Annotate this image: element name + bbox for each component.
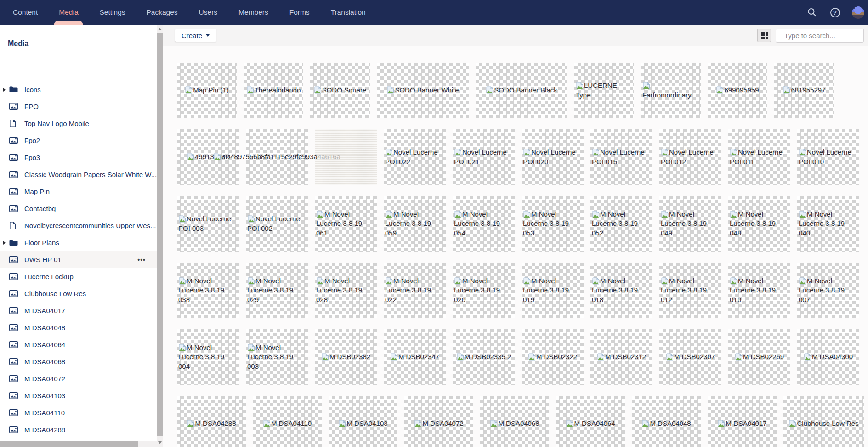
tab-forms[interactable]: Forms — [288, 0, 312, 25]
media-tile[interactable]: M DSA04103 — [329, 396, 397, 447]
media-tile[interactable]: M Novel Lucerne 3 8 19 054 — [453, 196, 515, 252]
create-button[interactable]: Create — [175, 29, 216, 42]
media-tile[interactable]: M DSA04068 — [480, 396, 549, 447]
media-tile[interactable]: M Novel Lucerne 3 8 19 012 — [659, 263, 721, 318]
grid-view-button[interactable] — [757, 29, 771, 42]
media-tile[interactable]: M DSB02269 — [728, 329, 790, 385]
media-tile[interactable]: M DSA04064 — [556, 396, 625, 447]
media-tile[interactable]: Map Pin (1) — [177, 63, 237, 118]
sidebar-item-fpo2[interactable]: Fpo2 — [0, 132, 157, 149]
sidebar-item-fpo3[interactable]: Fpo3 — [0, 149, 157, 166]
sidebar-item-novelbycrescentcommunities-upper-wes[interactable]: Novelbycrescentcommunities Upper Wes... — [0, 217, 157, 234]
media-tile[interactable]: M DSB02382 — [315, 329, 377, 385]
sidebar-item-clubhouse-low-res[interactable]: Clubhouse Low Res — [0, 285, 157, 302]
media-tile[interactable]: Novel Lucerne POI 010 — [797, 129, 859, 185]
media-tile[interactable]: 681955297 — [774, 63, 834, 118]
user-avatar[interactable] — [852, 6, 864, 19]
media-tile[interactable]: M Novel Lucerne 3 8 19 029 — [246, 263, 308, 318]
sidebar-item-icons[interactable]: Icons — [0, 81, 157, 98]
sidebar-item-lucerne-lockup[interactable]: Lucerne Lockup — [0, 268, 157, 285]
media-tile[interactable]: M Novel Lucerne 3 8 19 003 — [246, 329, 308, 385]
sidebar-item-m-dsa04017[interactable]: M DSA04017 — [0, 302, 157, 319]
sidebar-item-m-dsa04072[interactable]: M DSA04072 — [0, 370, 157, 387]
media-tile[interactable]: M Novel Lucerne 3 8 19 049 — [659, 196, 721, 252]
media-tile[interactable]: M Novel Lucerne 3 8 19 048 — [728, 196, 790, 252]
media-tile[interactable]: Novel Lucerne POI 021 — [453, 129, 515, 185]
media-tile[interactable]: SODO Banner Black — [476, 63, 567, 118]
search-input[interactable] — [784, 32, 868, 40]
expand-caret-icon[interactable] — [3, 241, 6, 245]
sidebar-item-top-nav-logo-mobile[interactable]: Top Nav Logo Mobile — [0, 115, 157, 132]
scroll-up-arrow-icon[interactable] — [158, 28, 162, 30]
tab-members[interactable]: Members — [237, 0, 270, 25]
media-tile[interactable]: Novel Lucerne POI 012 — [659, 129, 721, 185]
media-tile[interactable]: Therealorlando — [244, 63, 303, 118]
media-tile[interactable]: Novel Lucerne POI 022 — [384, 129, 446, 185]
media-tile[interactable]: M Novel Lucerne 3 8 19 007 — [797, 263, 859, 318]
sidebar-item-m-dsa04103[interactable]: M DSA04103 — [0, 387, 157, 404]
help-icon[interactable]: ? — [829, 6, 841, 18]
tree-vertical-scrollbar[interactable] — [157, 25, 163, 447]
media-tile[interactable]: M Novel Lucerne 3 8 19 010 — [728, 263, 790, 318]
media-tile[interactable]: M DSB02312 — [590, 329, 652, 385]
media-tile[interactable]: M DSB02335 2 — [453, 329, 515, 385]
item-actions-button[interactable]: ••• — [137, 256, 146, 264]
media-tile[interactable]: M Novel Lucerne 3 8 19 004 — [177, 329, 239, 385]
media-tile[interactable]: M DSA04048 — [632, 396, 701, 447]
expand-caret-icon[interactable] — [3, 88, 6, 92]
media-tile[interactable]: M DSA04300 — [797, 329, 859, 385]
media-tile[interactable]: M DSA04110 — [253, 396, 322, 447]
tab-content[interactable]: Content — [11, 0, 40, 25]
media-tile[interactable]: M Novel Lucerne 3 8 19 018 — [590, 263, 652, 318]
media-tile[interactable]: M Novel Lucerne 3 8 19 019 — [522, 263, 584, 318]
sidebar-item-m-dsa04110[interactable]: M DSA04110 — [0, 404, 157, 421]
sidebar-item-contactbg[interactable]: Contactbg — [0, 200, 157, 217]
media-tile[interactable]: M DSA04017 — [708, 396, 777, 447]
sidebar-item-m-dsa04064[interactable]: M DSA04064 — [0, 336, 157, 353]
media-tile[interactable]: M Novel Lucerne 3 8 19 040 — [797, 196, 859, 252]
media-tile[interactable]: SODO Banner White — [377, 63, 469, 118]
sidebar-item-classic-woodgrain-papers-solar-white-w[interactable]: Classic Woodgrain Papers Solar White W..… — [0, 166, 157, 183]
media-tile[interactable]: Novel Lucerne POI 011 — [728, 129, 790, 185]
media-tile[interactable]: Novel Lucerne POI 002 — [246, 196, 308, 252]
media-tile[interactable]: Novel Lucerne POI 015 — [590, 129, 652, 185]
media-tile[interactable]: M Novel Lucerne 3 8 19 020 — [453, 263, 515, 318]
media-tile[interactable]: 3D4897556b8fa1115e29fe993a4a616a — [246, 129, 308, 185]
media-tile[interactable]: M Novel Lucerne 3 8 19 061 — [315, 196, 377, 252]
tab-media[interactable]: Media — [57, 0, 80, 25]
media-tile[interactable]: M DSB02307 — [659, 329, 721, 385]
media-tile[interactable]: Novel Lucerne POI 003 — [177, 196, 239, 252]
sidebar-item-m-dsa04288[interactable]: M DSA04288 — [0, 421, 157, 438]
media-tile[interactable]: M Novel Lucerne 3 8 19 052 — [590, 196, 652, 252]
tree-horizontal-scrollbar[interactable] — [0, 441, 157, 447]
media-tile[interactable]: LUCERNE Type — [574, 63, 634, 118]
media-tile[interactable]: M DSA04072 — [404, 396, 473, 447]
tab-translation[interactable]: Translation — [329, 0, 368, 25]
media-tile[interactable]: M Novel Lucerne 3 8 19 028 — [315, 263, 377, 318]
media-tile[interactable]: M Novel Lucerne 3 8 19 038 — [177, 263, 239, 318]
sidebar-item-m-dsa04048[interactable]: M DSA04048 — [0, 319, 157, 336]
sidebar-item-floor-plans[interactable]: Floor Plans — [0, 234, 157, 251]
sidebar-item-fpo[interactable]: FPO — [0, 98, 157, 115]
vertical-scroll-thumb[interactable] — [157, 33, 163, 436]
media-tile[interactable]: 699095959 — [708, 63, 767, 118]
media-tile[interactable]: Farfromordinary — [641, 63, 701, 118]
media-tile[interactable]: M Novel Lucerne 3 8 19 059 — [384, 196, 446, 252]
scroll-down-arrow-icon[interactable] — [158, 441, 162, 444]
media-tile[interactable]: M DSB02322 — [522, 329, 584, 385]
tab-users[interactable]: Users — [197, 0, 219, 25]
media-tile[interactable]: M Novel Lucerne 3 8 19 053 — [522, 196, 584, 252]
media-tile[interactable]: Novel Lucerne POI 020 — [522, 129, 584, 185]
tab-packages[interactable]: Packages — [145, 0, 180, 25]
media-tile[interactable]: M DSB02347 — [384, 329, 446, 385]
media-tile[interactable]: M DSA04288 — [177, 396, 246, 447]
sidebar-item-m-dsa04068[interactable]: M DSA04068 — [0, 353, 157, 370]
sidebar-item-uws-hp-01[interactable]: UWS HP 01••• — [0, 251, 157, 268]
tab-settings[interactable]: Settings — [98, 0, 127, 25]
media-tile[interactable]: Clubhouse Low Res — [783, 396, 864, 447]
media-tile[interactable]: M Novel Lucerne 3 8 19 022 — [384, 263, 446, 318]
sidebar-item-map-pin[interactable]: Map Pin — [0, 183, 157, 200]
horizontal-scroll-thumb[interactable] — [0, 441, 138, 447]
search-icon[interactable] — [806, 6, 818, 18]
media-tile[interactable]: SODO Square — [310, 63, 370, 118]
